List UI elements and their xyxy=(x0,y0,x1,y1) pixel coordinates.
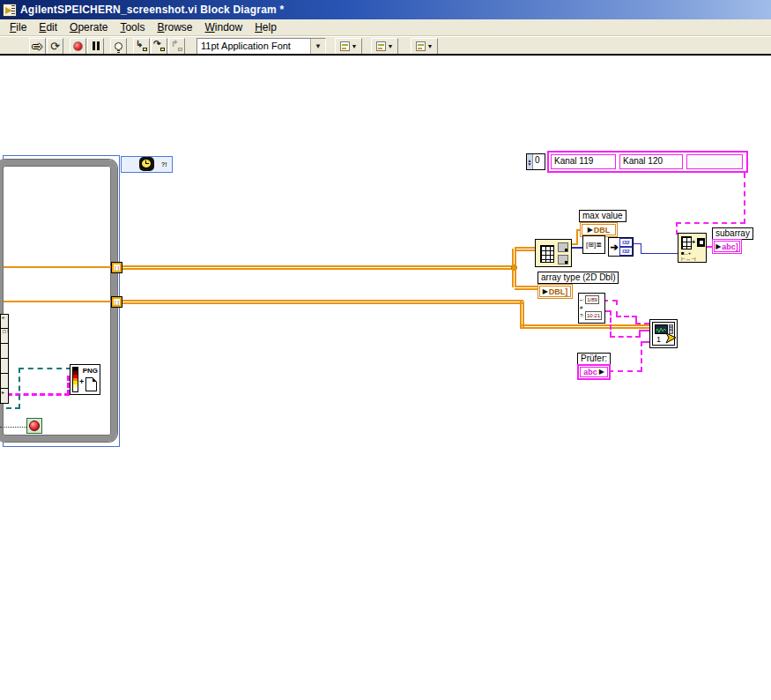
max-value-label: max value xyxy=(579,210,626,222)
wire-time-2[interactable] xyxy=(610,310,612,337)
menu-bar: File Edit Operate Tools Browse Window He… xyxy=(0,19,771,36)
step-over-button[interactable]: ↷ xyxy=(151,38,167,55)
wire-pruefer-3[interactable] xyxy=(641,341,649,343)
stop-icon xyxy=(29,421,40,431)
wire-path-3[interactable] xyxy=(19,368,71,369)
i32-cell-bottom: I32 xyxy=(619,247,633,256)
reorder-dropdown[interactable]: ▼ xyxy=(411,38,438,55)
reorder-icon xyxy=(416,41,426,51)
array-index-display[interactable]: ▲▼ 0 xyxy=(526,153,545,170)
cutoff-cell-3 xyxy=(0,344,9,359)
express-arrow-icon xyxy=(665,331,678,347)
pruefer-string-control[interactable]: abc▶ xyxy=(577,364,611,380)
wire-dbl-inside-upper[interactable] xyxy=(4,266,111,268)
menu-window[interactable]: Window xyxy=(198,20,248,34)
pause-button[interactable] xyxy=(87,38,104,55)
pruefer-label: Prüfer: xyxy=(577,353,611,365)
wait-node-badge: ?! xyxy=(161,161,167,168)
highlight-execution-button[interactable] xyxy=(110,38,127,55)
font-selector-dropdown[interactable]: ▼ xyxy=(310,39,325,54)
time-row-prefix: ?: xyxy=(580,312,584,319)
arrow-icon: ➔ xyxy=(609,238,619,256)
array-type-indicator[interactable]: ▶DBL] xyxy=(537,284,573,299)
wire-dbl-lower-drop[interactable] xyxy=(520,302,524,327)
distribute-objects-dropdown[interactable]: ▼ xyxy=(371,38,398,55)
wire-date-2[interactable] xyxy=(616,300,618,316)
stop-button-terminal[interactable] xyxy=(26,418,42,434)
wire-dbl-branch-up[interactable] xyxy=(512,249,516,266)
plus-icon: + xyxy=(692,239,695,245)
toolbar: ⇨ ⟳ ↳ ↷ ↱ 11pt Application Font ▼ ▼ ▼ ▼ xyxy=(0,36,771,55)
lightbulb-icon xyxy=(115,42,122,50)
array-size-node[interactable]: [⊞]≣ xyxy=(582,235,605,254)
step-into-button[interactable]: ↳ xyxy=(133,38,150,55)
array-type-type: DBL] xyxy=(549,287,568,296)
menu-edit[interactable]: Edit xyxy=(33,20,63,34)
array-subset-node[interactable]: + ■‥+ ⊢↔⊣ xyxy=(678,233,707,263)
menu-operate[interactable]: Operate xyxy=(63,20,114,34)
array-to-cluster-node[interactable]: ➔ I32 I32 xyxy=(608,237,634,257)
menu-help[interactable]: Help xyxy=(248,20,283,34)
wait-ms-clock-icon[interactable] xyxy=(139,157,154,171)
hash-glyph: # xyxy=(580,304,582,311)
font-selector[interactable]: 11pt Application Font ▼ xyxy=(196,38,326,55)
pruefer-type: abc xyxy=(583,368,597,376)
span-glyph: ⊢↔⊣ xyxy=(681,256,695,262)
cutoff-cell-4 xyxy=(0,359,9,374)
run-continuous-button[interactable]: ⟳ xyxy=(47,38,63,55)
write-report-node[interactable]: 1 xyxy=(649,319,678,348)
menu-tools[interactable]: Tools xyxy=(114,20,151,34)
get-date-time-string-node[interactable]: ⌐:1/89 # ?:10:21 xyxy=(578,293,605,324)
index-length-glyph: ■‥+ xyxy=(681,249,691,256)
cutoff-cell-5 xyxy=(0,374,9,389)
wire-dbl-into-arraytype[interactable] xyxy=(515,286,538,290)
wire-time-5[interactable] xyxy=(639,330,649,331)
control-arrow-icon: ▶ xyxy=(599,369,604,376)
wire-string-array-1[interactable] xyxy=(744,173,745,224)
write-png-file-node[interactable]: PNG + xyxy=(70,364,100,395)
cutoff-cell-2: 🗋! xyxy=(0,329,9,344)
array-index-value[interactable]: 0 xyxy=(533,154,545,169)
index-spinner-icon[interactable]: ▲▼ xyxy=(527,154,533,169)
wire-dbl-array-upper[interactable] xyxy=(122,265,515,270)
date-format-text: 1/89 xyxy=(585,295,599,304)
wire-dbl-into-maxmin[interactable] xyxy=(515,247,536,251)
wire-date-3[interactable] xyxy=(616,316,637,317)
channel-string-array[interactable]: Kanal 119 Kanal 120 xyxy=(547,151,748,173)
plus-icon: + xyxy=(79,377,84,386)
wire-pruefer-1[interactable] xyxy=(608,370,642,372)
wire-dbl-branch-down[interactable] xyxy=(512,268,516,287)
wire-time-3[interactable] xyxy=(610,336,641,338)
cutoff-node-column[interactable]: e 🗋! ▸ xyxy=(0,314,9,404)
time-format-text: 10:21 xyxy=(585,311,602,320)
array-max-min-node[interactable] xyxy=(535,239,572,267)
wire-dbl-array-lower[interactable] xyxy=(122,300,523,304)
wire-dbl-into-write[interactable] xyxy=(520,324,650,329)
wire-i32-maxmin-size[interactable] xyxy=(571,247,583,249)
cutoff-cell-6: ▸ xyxy=(0,389,9,404)
wire-boolean-stop[interactable] xyxy=(0,427,26,428)
step-out-button[interactable]: ↱ xyxy=(168,38,185,55)
wire-pruefer-2[interactable] xyxy=(641,341,642,372)
wire-path-2[interactable] xyxy=(19,368,20,409)
step-over-icon: ↷ xyxy=(153,41,165,52)
wire-string-png-1[interactable] xyxy=(7,393,70,396)
array-size-icon: [⊞]≣ xyxy=(586,241,602,249)
block-diagram-canvas[interactable]: ?! [ ] [ ] e 🗋! xyxy=(0,56,771,700)
array-element-2[interactable]: Kanal 120 xyxy=(619,154,683,169)
align-objects-dropdown[interactable]: ▼ xyxy=(335,38,362,55)
run-button[interactable]: ⇨ xyxy=(29,38,46,55)
subarray-indicator[interactable]: ▶abc] xyxy=(712,239,742,254)
wire-string-array-2[interactable] xyxy=(676,222,745,224)
abort-button[interactable] xyxy=(70,38,86,55)
wire-maxvalue-2[interactable] xyxy=(576,229,578,244)
array-element-1[interactable]: Kanal 119 xyxy=(551,154,616,169)
tunnel-upper[interactable]: [ ] xyxy=(111,262,122,273)
tunnel-lower[interactable]: [ ] xyxy=(111,296,122,308)
array-element-3[interactable] xyxy=(686,154,743,169)
wire-dbl-inside-lower[interactable] xyxy=(4,301,111,302)
wire-date-5[interactable] xyxy=(635,323,649,324)
wire-i32-out-3[interactable] xyxy=(641,253,678,254)
menu-file[interactable]: File xyxy=(4,20,33,34)
menu-browse[interactable]: Browse xyxy=(151,20,198,34)
